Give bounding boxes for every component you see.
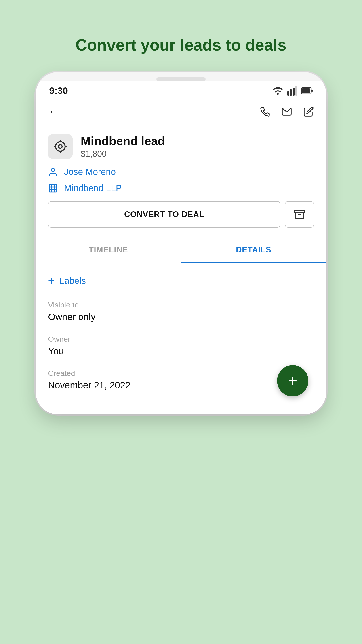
status-bar: 9:30	[36, 81, 326, 98]
created-value: November 21, 2022	[48, 380, 314, 391]
convert-to-deal-button[interactable]: CONVERT TO DEAL	[48, 201, 281, 228]
contact-person-link[interactable]: Jose Moreno	[64, 167, 116, 177]
svg-rect-1	[290, 90, 292, 96]
owner-field: Owner You	[48, 335, 314, 356]
contact-company-link[interactable]: Mindbend LLP	[64, 183, 122, 193]
svg-rect-2	[293, 88, 295, 96]
add-label-button[interactable]: +	[48, 274, 54, 287]
svg-rect-20	[295, 210, 304, 213]
svg-point-9	[58, 145, 62, 148]
contact-company-row: Mindbend LLP	[48, 183, 314, 193]
phone-icon[interactable]	[259, 106, 270, 117]
visible-to-value: Owner only	[48, 312, 314, 322]
fab-button[interactable]: +	[277, 365, 308, 396]
phone-notch	[156, 77, 206, 81]
back-button[interactable]: ←	[48, 105, 59, 118]
lead-avatar	[48, 134, 73, 159]
phone-content: ←	[36, 98, 326, 414]
visible-to-field: Visible to Owner only	[48, 300, 314, 322]
archive-button[interactable]	[285, 201, 314, 228]
labels-row: + Labels	[48, 274, 314, 287]
lead-section: Mindbend lead $1,800 Jose Moreno	[36, 125, 326, 234]
labels-text: Labels	[59, 276, 86, 286]
status-time: 9:30	[49, 86, 68, 96]
tab-details[interactable]: DETAILS	[181, 237, 326, 262]
page-title: Convert your leads to deals	[75, 36, 287, 54]
svg-rect-3	[295, 86, 297, 96]
person-icon	[48, 167, 58, 177]
tabs-bar: TIMELINE DETAILS	[36, 237, 326, 263]
svg-rect-0	[287, 91, 289, 96]
lead-header: Mindbend lead $1,800	[48, 134, 314, 159]
lead-info: Mindbend lead $1,800	[81, 134, 165, 159]
phone-frame: 9:30 ←	[36, 72, 326, 414]
edit-icon[interactable]	[303, 106, 314, 117]
svg-point-8	[56, 142, 65, 151]
visible-to-label: Visible to	[48, 300, 314, 309]
svg-rect-5	[302, 88, 310, 93]
created-label: Created	[48, 369, 314, 378]
status-icons	[272, 86, 313, 96]
owner-value: You	[48, 346, 314, 356]
signal-icon	[287, 86, 297, 96]
tab-timeline[interactable]: TIMELINE	[36, 237, 181, 262]
crosshair-icon	[53, 139, 67, 154]
svg-rect-15	[49, 184, 57, 192]
fab-plus-icon: +	[288, 373, 298, 389]
owner-label: Owner	[48, 335, 314, 344]
created-field: Created November 21, 2022	[48, 369, 314, 391]
action-row: CONVERT TO DEAL	[48, 201, 314, 228]
app-header: ←	[36, 98, 326, 125]
lead-value: $1,800	[81, 149, 165, 159]
archive-icon	[294, 209, 305, 220]
email-icon[interactable]	[281, 106, 292, 117]
wifi-icon	[272, 87, 283, 95]
company-icon	[48, 183, 58, 193]
lead-contact: Jose Moreno Mindbend LLP	[48, 167, 314, 193]
contact-person-row: Jose Moreno	[48, 167, 314, 177]
svg-rect-6	[312, 90, 313, 92]
battery-icon	[301, 88, 313, 94]
svg-point-14	[51, 168, 55, 172]
lead-name: Mindbend lead	[81, 134, 165, 148]
header-actions	[259, 106, 314, 117]
